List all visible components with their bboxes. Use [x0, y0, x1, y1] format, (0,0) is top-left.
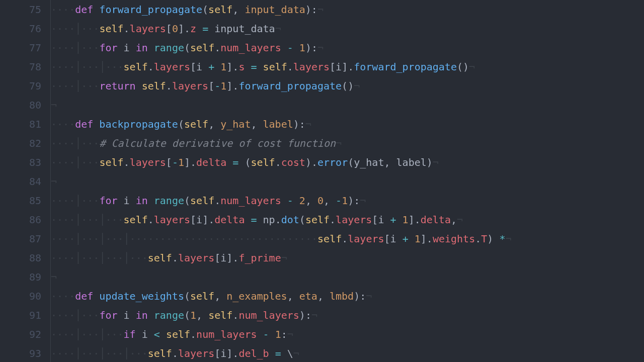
code-line[interactable]: ¬: [51, 267, 644, 287]
code-line[interactable]: ¬: [51, 96, 644, 115]
code-line[interactable]: ····│···self.layers[0].z = input_data¬: [51, 19, 644, 38]
line-number: 93: [0, 344, 41, 362]
code-area[interactable]: ····def forward_propagate(self, input_da…: [50, 0, 644, 362]
code-line[interactable]: ····│···for i in range(self.num_layers -…: [51, 38, 644, 57]
line-number: 75: [0, 0, 41, 19]
code-line[interactable]: ····│···│···│···self.layers[i].f_prime¬: [51, 248, 644, 267]
line-number: 91: [0, 306, 41, 325]
line-number: 85: [0, 191, 41, 210]
line-number: 82: [0, 134, 41, 153]
line-number: 87: [0, 229, 41, 248]
code-line[interactable]: ····│···│···│···························…: [51, 229, 644, 248]
code-line[interactable]: ····def backpropagate(self, y_hat, label…: [51, 115, 644, 134]
line-number: 79: [0, 76, 41, 96]
code-line[interactable]: ····def update_weights(self, n_examples,…: [51, 287, 644, 306]
line-number-gutter: 75767778798081828384858687888990919293: [0, 0, 50, 362]
code-line[interactable]: ····│···for i in range(1, self.num_layer…: [51, 306, 644, 325]
line-number: 80: [0, 96, 41, 115]
line-number: 86: [0, 210, 41, 229]
line-number: 90: [0, 287, 41, 306]
code-line[interactable]: ····│···return self.layers[-1].forward_p…: [51, 76, 644, 96]
code-line[interactable]: ····│···│···if i < self.num_layers - 1:¬: [51, 325, 644, 344]
line-number: 92: [0, 325, 41, 344]
line-number: 78: [0, 57, 41, 76]
line-number: 89: [0, 267, 41, 287]
code-line[interactable]: ····│···for i in range(self.num_layers -…: [51, 191, 644, 210]
code-line[interactable]: ¬: [51, 172, 644, 191]
code-line[interactable]: ····│···│···self.layers[i].delta = np.do…: [51, 210, 644, 229]
code-editor[interactable]: 75767778798081828384858687888990919293 ·…: [0, 0, 644, 362]
line-number: 81: [0, 115, 41, 134]
code-line[interactable]: ····def forward_propagate(self, input_da…: [51, 0, 644, 19]
line-number: 77: [0, 38, 41, 57]
line-number: 84: [0, 172, 41, 191]
line-number: 76: [0, 19, 41, 38]
code-line[interactable]: ····│···│···│···self.layers[i].del_b = \…: [51, 344, 644, 362]
code-line[interactable]: ····│···self.layers[-1].delta = (self.co…: [51, 153, 644, 172]
line-number: 83: [0, 153, 41, 172]
code-line[interactable]: ····│···│···self.layers[i + 1].s = self.…: [51, 57, 644, 76]
code-line[interactable]: ····│···# Calculate derivative of cost f…: [51, 134, 644, 153]
line-number: 88: [0, 248, 41, 267]
